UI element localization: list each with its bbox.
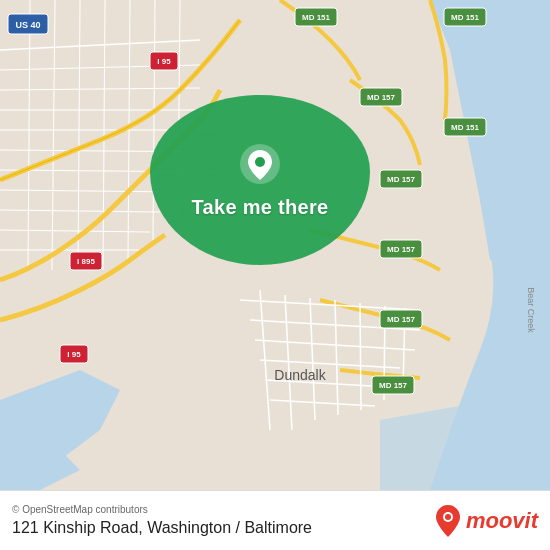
svg-text:Dundalk: Dundalk <box>274 367 326 383</box>
svg-text:MD 157: MD 157 <box>367 93 396 102</box>
moovit-pin-icon <box>434 503 462 539</box>
svg-text:MD 157: MD 157 <box>379 381 408 390</box>
moovit-brand-text: moovit <box>466 508 538 534</box>
svg-text:MD 151: MD 151 <box>451 123 480 132</box>
svg-point-59 <box>255 157 265 167</box>
osm-credit: © OpenStreetMap contributors <box>12 504 312 515</box>
svg-text:MD 151: MD 151 <box>302 13 331 22</box>
svg-text:MD 157: MD 157 <box>387 315 416 324</box>
bottom-info: © OpenStreetMap contributors 121 Kinship… <box>12 504 312 537</box>
address-text: 121 Kinship Road, Washington / Baltimore <box>12 519 312 537</box>
location-pin-icon <box>238 142 282 186</box>
svg-text:MD 157: MD 157 <box>387 175 416 184</box>
bottom-bar: © OpenStreetMap contributors 121 Kinship… <box>0 490 550 550</box>
map-container: US 40 I 95 I 895 I 95 MD 151 MD 151 MD 1… <box>0 0 550 490</box>
svg-text:MD 157: MD 157 <box>387 245 416 254</box>
take-me-there-button[interactable]: Take me there <box>192 196 329 219</box>
svg-text:Bear Creek: Bear Creek <box>526 287 536 333</box>
svg-text:I 895: I 895 <box>77 257 95 266</box>
moovit-logo: moovit <box>434 503 538 539</box>
svg-text:I 95: I 95 <box>67 350 81 359</box>
svg-text:MD 151: MD 151 <box>451 13 480 22</box>
svg-text:US 40: US 40 <box>15 20 40 30</box>
svg-line-29 <box>360 303 361 410</box>
svg-point-61 <box>445 514 451 520</box>
svg-text:I 95: I 95 <box>157 57 171 66</box>
